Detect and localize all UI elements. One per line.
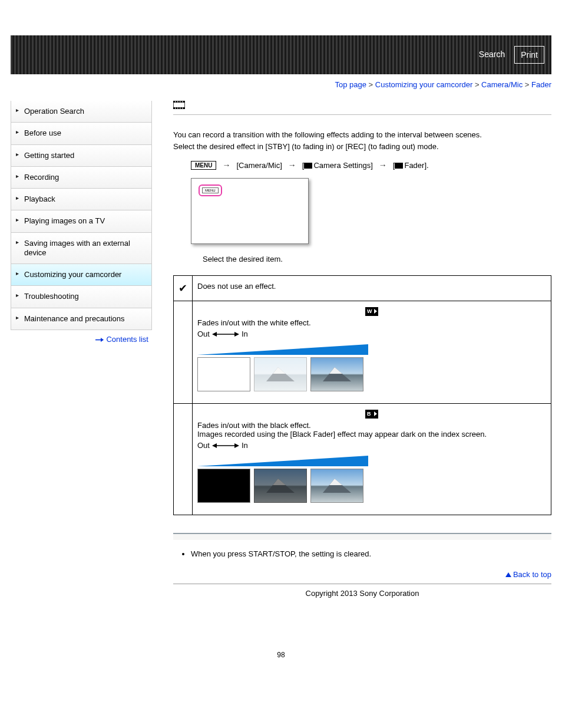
breadcrumb-customizing[interactable]: Customizing your camcorder	[375, 80, 472, 89]
svg-rect-7	[180, 101, 181, 103]
header-bar: Search Print	[11, 35, 551, 74]
sidebar-item-playing-tv[interactable]: Playing images on a TV	[11, 210, 151, 232]
option-row-white: W Fades in/out with the white effect. Ou…	[174, 301, 551, 404]
notes-list: When you press START/STOP, the setting i…	[191, 549, 551, 558]
svg-marker-15	[234, 332, 239, 337]
note-item: When you press START/STOP, the setting i…	[191, 549, 551, 558]
svg-marker-20	[197, 456, 368, 466]
out-in-indicator: Out In	[197, 441, 546, 450]
film-icon	[173, 101, 551, 111]
svg-rect-5	[175, 101, 176, 103]
thumb-full	[310, 469, 363, 503]
breadcrumb: Top page > Customizing your camcorder > …	[11, 74, 551, 101]
sidebar-item-saving-external[interactable]: Saving images with an external device	[11, 232, 151, 264]
path-fader: [Fader].	[393, 161, 429, 170]
white-fader-desc: Fades in/out with the white effect.	[197, 318, 546, 327]
arrow-right-icon	[95, 338, 104, 342]
arrow-right-icon: →	[288, 160, 296, 170]
path-camera-settings: [Camera Settings]	[302, 161, 373, 170]
sidebar-item-recording[interactable]: Recording	[11, 166, 151, 188]
arrow-right-icon: →	[222, 160, 230, 170]
svg-marker-16	[197, 344, 368, 355]
thumb-dark	[254, 469, 307, 503]
sidebar-nav: Operation Search Before use Getting star…	[11, 101, 152, 330]
svg-marker-1	[101, 338, 104, 342]
options-table: ✔ Does not use an effect. W Fades in/out…	[173, 275, 551, 515]
sidebar-item-customizing[interactable]: Customizing your camcorder	[11, 263, 151, 285]
menu-path: MENU → [Camera/Mic] → [Camera Settings] …	[173, 160, 551, 170]
thumb-white	[197, 357, 250, 391]
option-off-desc: Does not use an effect.	[193, 276, 551, 301]
svg-marker-19	[234, 443, 239, 448]
page-number: 98	[11, 621, 551, 671]
checkmark-icon: ✔	[174, 276, 193, 301]
svg-marker-13	[212, 332, 217, 337]
black-fader-icon: B	[365, 410, 378, 419]
arrow-right-icon: →	[379, 160, 387, 170]
svg-rect-9	[175, 108, 176, 109]
menu-badge: MENU	[191, 161, 216, 170]
print-button[interactable]: Print	[514, 46, 544, 64]
thumb-faded	[254, 357, 307, 391]
fader-icon	[395, 163, 403, 169]
white-fader-icon: W	[365, 307, 378, 316]
camera-settings-icon	[304, 163, 312, 169]
notes-divider	[173, 533, 551, 540]
intro-text: You can record a transition with the fol…	[173, 129, 551, 152]
black-fader-desc: Fades in/out with the black effect.	[197, 421, 546, 430]
white-fade-diagram	[197, 344, 546, 397]
sidebar-item-before-use[interactable]: Before use	[11, 122, 151, 144]
breadcrumb-current[interactable]: Fader	[531, 80, 551, 89]
back-to-top-link[interactable]: Back to top	[173, 568, 551, 584]
sidebar-item-troubleshooting[interactable]: Troubleshooting	[11, 285, 151, 307]
svg-marker-17	[212, 443, 217, 448]
svg-rect-8	[182, 101, 183, 103]
thumb-full	[310, 357, 363, 391]
select-instruction: Select the desired item.	[173, 255, 551, 263]
svg-rect-10	[177, 108, 178, 109]
black-fader-note: Images recorded using the [Black Fader] …	[197, 430, 546, 439]
svg-rect-12	[182, 108, 183, 109]
option-row-black: B Fades in/out with the black effect. Im…	[174, 404, 551, 515]
sidebar-item-operation-search[interactable]: Operation Search	[11, 101, 151, 122]
sidebar-item-playback[interactable]: Playback	[11, 188, 151, 210]
contents-list-link[interactable]: Contents list	[11, 330, 152, 348]
svg-rect-6	[177, 101, 178, 103]
option-row-off: ✔ Does not use an effect.	[174, 276, 551, 301]
thumb-black	[197, 469, 250, 503]
out-in-indicator: Out In	[197, 330, 546, 338]
breadcrumb-top[interactable]: Top page	[335, 80, 366, 89]
svg-rect-11	[180, 108, 181, 109]
sidebar-item-getting-started[interactable]: Getting started	[11, 144, 151, 166]
search-button[interactable]: Search	[473, 46, 511, 64]
copyright-text: Copyright 2013 Sony Corporation	[173, 584, 551, 621]
menu-highlight: MENU	[199, 185, 222, 196]
black-fade-diagram	[197, 456, 546, 509]
triangle-up-icon	[505, 572, 511, 577]
camcorder-screen-preview: MENU	[191, 178, 309, 244]
sidebar-item-maintenance[interactable]: Maintenance and precautions	[11, 308, 151, 330]
breadcrumb-camera-mic[interactable]: Camera/Mic	[481, 80, 523, 89]
path-camera-mic: [Camera/Mic]	[236, 161, 282, 170]
